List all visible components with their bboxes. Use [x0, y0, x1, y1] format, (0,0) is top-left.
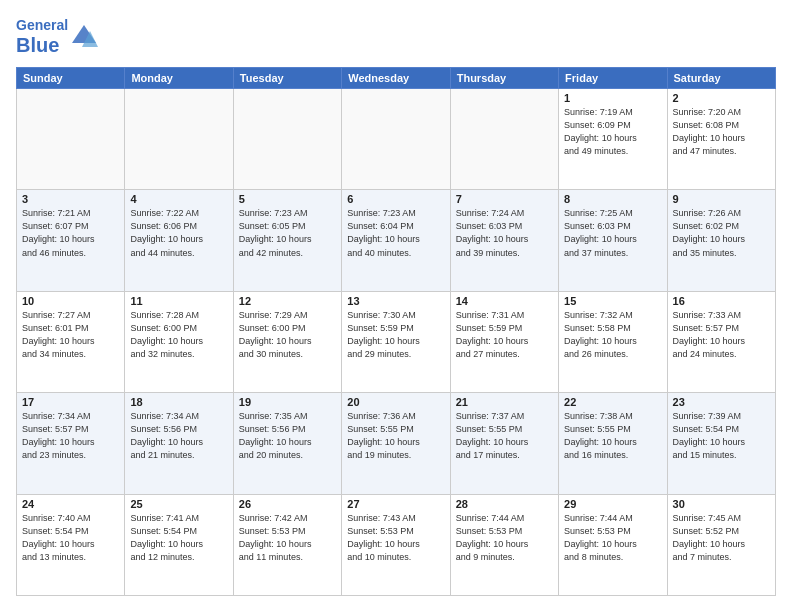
day-info: Sunrise: 7:43 AM Sunset: 5:53 PM Dayligh…: [347, 512, 444, 564]
day-info: Sunrise: 7:41 AM Sunset: 5:54 PM Dayligh…: [130, 512, 227, 564]
calendar-cell: 3Sunrise: 7:21 AM Sunset: 6:07 PM Daylig…: [17, 190, 125, 291]
calendar-cell: 15Sunrise: 7:32 AM Sunset: 5:58 PM Dayli…: [559, 291, 667, 392]
calendar-week-1: 1Sunrise: 7:19 AM Sunset: 6:09 PM Daylig…: [17, 89, 776, 190]
calendar-cell: [450, 89, 558, 190]
calendar-cell: 8Sunrise: 7:25 AM Sunset: 6:03 PM Daylig…: [559, 190, 667, 291]
day-info: Sunrise: 7:26 AM Sunset: 6:02 PM Dayligh…: [673, 207, 770, 259]
weekday-tuesday: Tuesday: [233, 68, 341, 89]
calendar-cell: 17Sunrise: 7:34 AM Sunset: 5:57 PM Dayli…: [17, 393, 125, 494]
weekday-header-row: SundayMondayTuesdayWednesdayThursdayFrid…: [17, 68, 776, 89]
day-number: 18: [130, 396, 227, 408]
day-info: Sunrise: 7:28 AM Sunset: 6:00 PM Dayligh…: [130, 309, 227, 361]
calendar-cell: 14Sunrise: 7:31 AM Sunset: 5:59 PM Dayli…: [450, 291, 558, 392]
day-number: 25: [130, 498, 227, 510]
calendar-cell: 4Sunrise: 7:22 AM Sunset: 6:06 PM Daylig…: [125, 190, 233, 291]
calendar-week-2: 3Sunrise: 7:21 AM Sunset: 6:07 PM Daylig…: [17, 190, 776, 291]
day-info: Sunrise: 7:23 AM Sunset: 6:04 PM Dayligh…: [347, 207, 444, 259]
logo: General Blue: [16, 16, 98, 57]
day-info: Sunrise: 7:30 AM Sunset: 5:59 PM Dayligh…: [347, 309, 444, 361]
day-number: 3: [22, 193, 119, 205]
weekday-saturday: Saturday: [667, 68, 775, 89]
day-info: Sunrise: 7:24 AM Sunset: 6:03 PM Dayligh…: [456, 207, 553, 259]
day-number: 12: [239, 295, 336, 307]
day-info: Sunrise: 7:42 AM Sunset: 5:53 PM Dayligh…: [239, 512, 336, 564]
calendar-cell: 23Sunrise: 7:39 AM Sunset: 5:54 PM Dayli…: [667, 393, 775, 494]
calendar-cell: 25Sunrise: 7:41 AM Sunset: 5:54 PM Dayli…: [125, 494, 233, 595]
calendar-cell: 16Sunrise: 7:33 AM Sunset: 5:57 PM Dayli…: [667, 291, 775, 392]
day-info: Sunrise: 7:38 AM Sunset: 5:55 PM Dayligh…: [564, 410, 661, 462]
day-number: 1: [564, 92, 661, 104]
calendar-cell: 21Sunrise: 7:37 AM Sunset: 5:55 PM Dayli…: [450, 393, 558, 494]
calendar-cell: 30Sunrise: 7:45 AM Sunset: 5:52 PM Dayli…: [667, 494, 775, 595]
day-info: Sunrise: 7:20 AM Sunset: 6:08 PM Dayligh…: [673, 106, 770, 158]
calendar-week-3: 10Sunrise: 7:27 AM Sunset: 6:01 PM Dayli…: [17, 291, 776, 392]
day-number: 16: [673, 295, 770, 307]
day-number: 5: [239, 193, 336, 205]
calendar-cell: 27Sunrise: 7:43 AM Sunset: 5:53 PM Dayli…: [342, 494, 450, 595]
calendar-cell: 2Sunrise: 7:20 AM Sunset: 6:08 PM Daylig…: [667, 89, 775, 190]
day-number: 30: [673, 498, 770, 510]
calendar-cell: 18Sunrise: 7:34 AM Sunset: 5:56 PM Dayli…: [125, 393, 233, 494]
day-info: Sunrise: 7:44 AM Sunset: 5:53 PM Dayligh…: [456, 512, 553, 564]
day-number: 10: [22, 295, 119, 307]
calendar-cell: 26Sunrise: 7:42 AM Sunset: 5:53 PM Dayli…: [233, 494, 341, 595]
calendar-cell: 6Sunrise: 7:23 AM Sunset: 6:04 PM Daylig…: [342, 190, 450, 291]
page-header: General Blue: [16, 16, 776, 57]
day-info: Sunrise: 7:31 AM Sunset: 5:59 PM Dayligh…: [456, 309, 553, 361]
calendar-cell: 12Sunrise: 7:29 AM Sunset: 6:00 PM Dayli…: [233, 291, 341, 392]
day-number: 9: [673, 193, 770, 205]
weekday-monday: Monday: [125, 68, 233, 89]
day-number: 21: [456, 396, 553, 408]
day-number: 26: [239, 498, 336, 510]
weekday-thursday: Thursday: [450, 68, 558, 89]
day-info: Sunrise: 7:34 AM Sunset: 5:56 PM Dayligh…: [130, 410, 227, 462]
day-info: Sunrise: 7:44 AM Sunset: 5:53 PM Dayligh…: [564, 512, 661, 564]
calendar-cell: 5Sunrise: 7:23 AM Sunset: 6:05 PM Daylig…: [233, 190, 341, 291]
day-number: 8: [564, 193, 661, 205]
calendar-cell: [125, 89, 233, 190]
day-info: Sunrise: 7:36 AM Sunset: 5:55 PM Dayligh…: [347, 410, 444, 462]
day-number: 4: [130, 193, 227, 205]
calendar-cell: 10Sunrise: 7:27 AM Sunset: 6:01 PM Dayli…: [17, 291, 125, 392]
calendar-cell: [233, 89, 341, 190]
logo-general-text: General: [16, 17, 68, 33]
day-number: 2: [673, 92, 770, 104]
day-info: Sunrise: 7:19 AM Sunset: 6:09 PM Dayligh…: [564, 106, 661, 158]
day-number: 7: [456, 193, 553, 205]
day-number: 19: [239, 396, 336, 408]
day-info: Sunrise: 7:34 AM Sunset: 5:57 PM Dayligh…: [22, 410, 119, 462]
day-info: Sunrise: 7:29 AM Sunset: 6:00 PM Dayligh…: [239, 309, 336, 361]
calendar-cell: 20Sunrise: 7:36 AM Sunset: 5:55 PM Dayli…: [342, 393, 450, 494]
day-info: Sunrise: 7:45 AM Sunset: 5:52 PM Dayligh…: [673, 512, 770, 564]
weekday-wednesday: Wednesday: [342, 68, 450, 89]
day-number: 15: [564, 295, 661, 307]
day-info: Sunrise: 7:22 AM Sunset: 6:06 PM Dayligh…: [130, 207, 227, 259]
day-number: 14: [456, 295, 553, 307]
day-number: 6: [347, 193, 444, 205]
weekday-friday: Friday: [559, 68, 667, 89]
day-info: Sunrise: 7:33 AM Sunset: 5:57 PM Dayligh…: [673, 309, 770, 361]
day-info: Sunrise: 7:35 AM Sunset: 5:56 PM Dayligh…: [239, 410, 336, 462]
day-number: 24: [22, 498, 119, 510]
day-info: Sunrise: 7:39 AM Sunset: 5:54 PM Dayligh…: [673, 410, 770, 462]
calendar-cell: 19Sunrise: 7:35 AM Sunset: 5:56 PM Dayli…: [233, 393, 341, 494]
day-info: Sunrise: 7:25 AM Sunset: 6:03 PM Dayligh…: [564, 207, 661, 259]
day-number: 11: [130, 295, 227, 307]
day-info: Sunrise: 7:40 AM Sunset: 5:54 PM Dayligh…: [22, 512, 119, 564]
calendar-cell: 11Sunrise: 7:28 AM Sunset: 6:00 PM Dayli…: [125, 291, 233, 392]
calendar-cell: 9Sunrise: 7:26 AM Sunset: 6:02 PM Daylig…: [667, 190, 775, 291]
day-number: 29: [564, 498, 661, 510]
calendar-week-4: 17Sunrise: 7:34 AM Sunset: 5:57 PM Dayli…: [17, 393, 776, 494]
day-number: 23: [673, 396, 770, 408]
day-number: 22: [564, 396, 661, 408]
calendar-cell: [17, 89, 125, 190]
calendar-cell: 7Sunrise: 7:24 AM Sunset: 6:03 PM Daylig…: [450, 190, 558, 291]
day-number: 27: [347, 498, 444, 510]
day-number: 28: [456, 498, 553, 510]
calendar-table: SundayMondayTuesdayWednesdayThursdayFrid…: [16, 67, 776, 596]
calendar-cell: 28Sunrise: 7:44 AM Sunset: 5:53 PM Dayli…: [450, 494, 558, 595]
day-info: Sunrise: 7:21 AM Sunset: 6:07 PM Dayligh…: [22, 207, 119, 259]
day-info: Sunrise: 7:37 AM Sunset: 5:55 PM Dayligh…: [456, 410, 553, 462]
day-info: Sunrise: 7:23 AM Sunset: 6:05 PM Dayligh…: [239, 207, 336, 259]
calendar-cell: 24Sunrise: 7:40 AM Sunset: 5:54 PM Dayli…: [17, 494, 125, 595]
